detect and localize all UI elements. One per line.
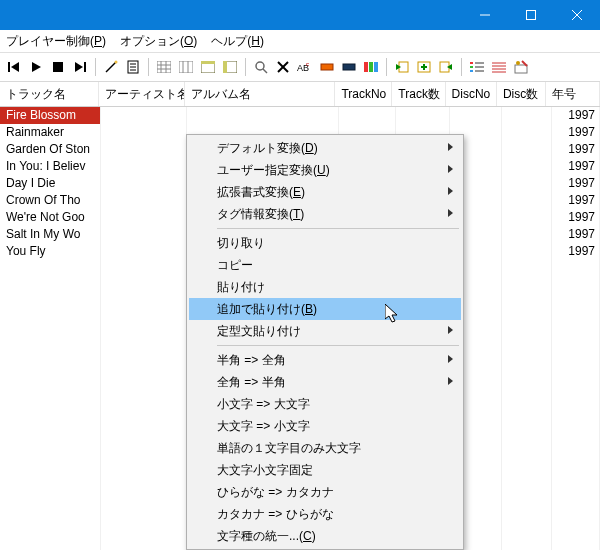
- cell[interactable]: [450, 107, 502, 124]
- stop-button[interactable]: [48, 57, 68, 77]
- cell[interactable]: [101, 141, 187, 158]
- col-artist[interactable]: アーティスト名: [99, 82, 185, 106]
- cell[interactable]: 1997: [552, 141, 600, 158]
- format-list-button[interactable]: [489, 57, 509, 77]
- submenu-arrow-icon: [448, 187, 453, 195]
- text-replace-button[interactable]: ABc: [295, 57, 315, 77]
- cell[interactable]: 1997: [552, 209, 600, 226]
- cell[interactable]: [502, 243, 552, 260]
- menu-item[interactable]: 単語の１文字目のみ大文字: [189, 437, 461, 459]
- menu-item[interactable]: 小文字 => 大文字: [189, 393, 461, 415]
- menu-item[interactable]: 文字種の統一...(C): [189, 525, 461, 547]
- multi-color-button[interactable]: [361, 57, 381, 77]
- menu-help[interactable]: ヘルプ(H): [211, 33, 264, 50]
- cell[interactable]: [101, 158, 187, 175]
- menu-item[interactable]: コピー: [189, 254, 461, 276]
- svg-rect-7: [53, 62, 63, 72]
- cell[interactable]: 1997: [552, 226, 600, 243]
- window-close-button[interactable]: [554, 0, 600, 30]
- menu-item[interactable]: ユーザー指定変換(U): [189, 159, 461, 181]
- col-album[interactable]: アルバム名: [185, 82, 335, 106]
- cell[interactable]: [101, 226, 187, 243]
- cell[interactable]: [502, 141, 552, 158]
- grid1-button[interactable]: [154, 57, 174, 77]
- menu-item[interactable]: 拡張書式変換(E): [189, 181, 461, 203]
- cell[interactable]: We're Not Goo: [0, 209, 101, 226]
- grid3-button[interactable]: [198, 57, 218, 77]
- cell[interactable]: 1997: [552, 107, 600, 124]
- grid4-button[interactable]: [220, 57, 240, 77]
- cell[interactable]: Salt In My Wo: [0, 226, 101, 243]
- table-row[interactable]: Fire Blossom1997: [0, 107, 600, 124]
- wand-button[interactable]: [101, 57, 121, 77]
- cell[interactable]: [502, 124, 552, 141]
- col-track[interactable]: トラック名: [0, 82, 99, 106]
- next-button[interactable]: [70, 57, 90, 77]
- properties-button[interactable]: [511, 57, 531, 77]
- menu-item[interactable]: ひらがな => カタカナ: [189, 481, 461, 503]
- search-button[interactable]: [251, 57, 271, 77]
- col-discct[interactable]: Disc数: [497, 82, 547, 106]
- col-discno[interactable]: DiscNo: [446, 82, 497, 106]
- menu-item[interactable]: タグ情報変換(T): [189, 203, 461, 225]
- cell[interactable]: 1997: [552, 158, 600, 175]
- cell[interactable]: [101, 209, 187, 226]
- col-year[interactable]: 年号: [546, 82, 600, 106]
- cell[interactable]: 1997: [552, 243, 600, 260]
- cell[interactable]: 1997: [552, 124, 600, 141]
- cell[interactable]: Crown Of Tho: [0, 192, 101, 209]
- cell[interactable]: [502, 158, 552, 175]
- menu-item[interactable]: デフォルト変換(D): [189, 137, 461, 159]
- cell[interactable]: [187, 107, 339, 124]
- col-trackno[interactable]: TrackNo: [335, 82, 392, 106]
- cell[interactable]: [101, 124, 187, 141]
- menu-item[interactable]: 半角 => 全角: [189, 349, 461, 371]
- cell[interactable]: [502, 107, 552, 124]
- menu-item[interactable]: 全角 => 半角: [189, 371, 461, 393]
- play-button[interactable]: [26, 57, 46, 77]
- cell[interactable]: You Fly: [0, 243, 101, 260]
- document-button[interactable]: [123, 57, 143, 77]
- rightarrow-box-button[interactable]: [436, 57, 456, 77]
- menu-player[interactable]: プレイヤー制御(P): [6, 33, 106, 50]
- cell[interactable]: 1997: [552, 175, 600, 192]
- prev-button[interactable]: [4, 57, 24, 77]
- cell[interactable]: [502, 175, 552, 192]
- cell[interactable]: 1997: [552, 192, 600, 209]
- delete-button[interactable]: [273, 57, 293, 77]
- cell[interactable]: [396, 107, 450, 124]
- list-button[interactable]: [467, 57, 487, 77]
- cell[interactable]: Garden Of Ston: [0, 141, 101, 158]
- menu-item[interactable]: 定型文貼り付け: [189, 320, 461, 342]
- window-minimize-button[interactable]: [462, 0, 508, 30]
- tag-navy-button[interactable]: [339, 57, 359, 77]
- grid2-button[interactable]: [176, 57, 196, 77]
- cell[interactable]: Day I Die: [0, 175, 101, 192]
- menu-item[interactable]: 貼り付け: [189, 276, 461, 298]
- window-maximize-button[interactable]: [508, 0, 554, 30]
- menu-item[interactable]: 大文字 => 小文字: [189, 415, 461, 437]
- menu-item[interactable]: 切り取り: [189, 232, 461, 254]
- svg-rect-36: [364, 62, 368, 72]
- cell[interactable]: [101, 243, 187, 260]
- col-trackct[interactable]: Track数: [392, 82, 445, 106]
- cell[interactable]: [101, 175, 187, 192]
- cell[interactable]: In You: I Believ: [0, 158, 101, 175]
- cell[interactable]: [502, 226, 552, 243]
- menu-item[interactable]: カタカナ => ひらがな: [189, 503, 461, 525]
- cell[interactable]: [502, 192, 552, 209]
- menu-options[interactable]: オプション(O): [120, 33, 197, 50]
- submenu-arrow-icon: [448, 377, 453, 385]
- cell[interactable]: [101, 192, 187, 209]
- tag-orange-button[interactable]: [317, 57, 337, 77]
- menu-item[interactable]: 大文字小文字固定: [189, 459, 461, 481]
- leftarrow-box-button[interactable]: [392, 57, 412, 77]
- box-plus-button[interactable]: [414, 57, 434, 77]
- menu-item[interactable]: 追加で貼り付け(B): [189, 298, 461, 320]
- cell[interactable]: Fire Blossom: [0, 107, 101, 124]
- cell[interactable]: [339, 107, 396, 124]
- cell[interactable]: [101, 107, 187, 124]
- cell[interactable]: Rainmaker: [0, 124, 101, 141]
- cell[interactable]: [502, 209, 552, 226]
- submenu-arrow-icon: [448, 209, 453, 217]
